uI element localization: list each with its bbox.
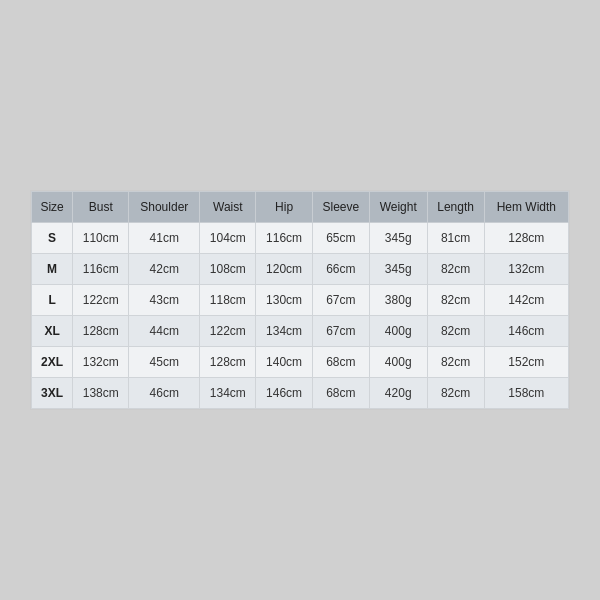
cell-value: 158cm bbox=[484, 378, 568, 409]
cell-value: 110cm bbox=[73, 223, 129, 254]
header-hip: Hip bbox=[256, 192, 312, 223]
cell-value: 67cm bbox=[312, 285, 369, 316]
cell-value: 130cm bbox=[256, 285, 312, 316]
cell-size: 2XL bbox=[32, 347, 73, 378]
table-row: S110cm41cm104cm116cm65cm345g81cm128cm bbox=[32, 223, 569, 254]
cell-value: 67cm bbox=[312, 316, 369, 347]
cell-value: 82cm bbox=[427, 378, 484, 409]
cell-value: 82cm bbox=[427, 347, 484, 378]
cell-value: 42cm bbox=[129, 254, 200, 285]
cell-value: 380g bbox=[369, 285, 427, 316]
cell-value: 122cm bbox=[73, 285, 129, 316]
cell-value: 138cm bbox=[73, 378, 129, 409]
header-sleeve: Sleeve bbox=[312, 192, 369, 223]
cell-value: 82cm bbox=[427, 316, 484, 347]
cell-value: 152cm bbox=[484, 347, 568, 378]
header-hem-width: Hem Width bbox=[484, 192, 568, 223]
header-weight: Weight bbox=[369, 192, 427, 223]
cell-value: 134cm bbox=[256, 316, 312, 347]
cell-value: 44cm bbox=[129, 316, 200, 347]
cell-value: 345g bbox=[369, 254, 427, 285]
cell-value: 146cm bbox=[484, 316, 568, 347]
cell-size: L bbox=[32, 285, 73, 316]
cell-value: 120cm bbox=[256, 254, 312, 285]
cell-value: 104cm bbox=[200, 223, 256, 254]
cell-value: 134cm bbox=[200, 378, 256, 409]
cell-value: 108cm bbox=[200, 254, 256, 285]
header-length: Length bbox=[427, 192, 484, 223]
cell-value: 116cm bbox=[73, 254, 129, 285]
cell-value: 46cm bbox=[129, 378, 200, 409]
cell-value: 82cm bbox=[427, 285, 484, 316]
cell-value: 128cm bbox=[484, 223, 568, 254]
cell-value: 140cm bbox=[256, 347, 312, 378]
cell-value: 146cm bbox=[256, 378, 312, 409]
cell-value: 118cm bbox=[200, 285, 256, 316]
cell-value: 43cm bbox=[129, 285, 200, 316]
header-bust: Bust bbox=[73, 192, 129, 223]
cell-value: 420g bbox=[369, 378, 427, 409]
cell-value: 66cm bbox=[312, 254, 369, 285]
cell-size: S bbox=[32, 223, 73, 254]
cell-value: 116cm bbox=[256, 223, 312, 254]
table-row: L122cm43cm118cm130cm67cm380g82cm142cm bbox=[32, 285, 569, 316]
cell-value: 45cm bbox=[129, 347, 200, 378]
cell-value: 41cm bbox=[129, 223, 200, 254]
size-chart-container: Size Bust Shoulder Waist Hip Sleeve Weig… bbox=[30, 190, 570, 410]
cell-size: 3XL bbox=[32, 378, 73, 409]
cell-value: 400g bbox=[369, 316, 427, 347]
cell-value: 132cm bbox=[484, 254, 568, 285]
cell-value: 128cm bbox=[200, 347, 256, 378]
cell-value: 345g bbox=[369, 223, 427, 254]
cell-value: 68cm bbox=[312, 378, 369, 409]
cell-value: 81cm bbox=[427, 223, 484, 254]
cell-value: 68cm bbox=[312, 347, 369, 378]
table-row: XL128cm44cm122cm134cm67cm400g82cm146cm bbox=[32, 316, 569, 347]
header-waist: Waist bbox=[200, 192, 256, 223]
header-shoulder: Shoulder bbox=[129, 192, 200, 223]
cell-value: 142cm bbox=[484, 285, 568, 316]
table-row: M116cm42cm108cm120cm66cm345g82cm132cm bbox=[32, 254, 569, 285]
table-row: 3XL138cm46cm134cm146cm68cm420g82cm158cm bbox=[32, 378, 569, 409]
table-header-row: Size Bust Shoulder Waist Hip Sleeve Weig… bbox=[32, 192, 569, 223]
cell-value: 400g bbox=[369, 347, 427, 378]
cell-size: XL bbox=[32, 316, 73, 347]
cell-value: 82cm bbox=[427, 254, 484, 285]
cell-size: M bbox=[32, 254, 73, 285]
table-row: 2XL132cm45cm128cm140cm68cm400g82cm152cm bbox=[32, 347, 569, 378]
cell-value: 65cm bbox=[312, 223, 369, 254]
cell-value: 128cm bbox=[73, 316, 129, 347]
size-chart-table: Size Bust Shoulder Waist Hip Sleeve Weig… bbox=[31, 191, 569, 409]
cell-value: 132cm bbox=[73, 347, 129, 378]
header-size: Size bbox=[32, 192, 73, 223]
cell-value: 122cm bbox=[200, 316, 256, 347]
